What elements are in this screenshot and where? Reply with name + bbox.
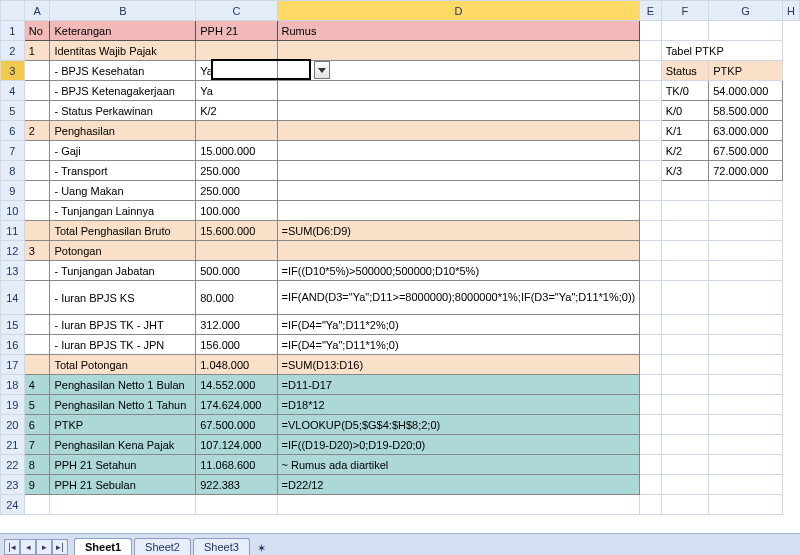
sum19-val[interactable]: 174.624.000 (196, 395, 277, 415)
row-header-11[interactable]: 11 (1, 221, 25, 241)
cell-F11[interactable] (640, 221, 661, 241)
sum21-val[interactable]: 107.124.000 (196, 435, 277, 455)
sum23-formula[interactable]: =D22/12 (277, 475, 640, 495)
cell-F24[interactable] (640, 495, 661, 515)
cell-H12[interactable] (709, 241, 783, 261)
col-header-D[interactable]: D (277, 1, 640, 21)
cell-B4[interactable] (24, 81, 50, 101)
label-uang-makan[interactable]: - Uang Makan (50, 181, 196, 201)
cell-F16[interactable] (640, 335, 661, 355)
row-header-12[interactable]: 12 (1, 241, 25, 261)
cell-G16[interactable] (661, 335, 709, 355)
cell-G18[interactable] (661, 375, 709, 395)
tab-nav-prev-icon[interactable]: ◂ (20, 539, 36, 555)
sum21-label[interactable]: Penghasilan Kena Pajak (50, 435, 196, 455)
row-header-10[interactable]: 10 (1, 201, 25, 221)
row-header-9[interactable]: 9 (1, 181, 25, 201)
formula-total-potongan[interactable]: =SUM(D13:D16) (277, 355, 640, 375)
cell-B9[interactable] (24, 181, 50, 201)
row-header-6[interactable]: 6 (1, 121, 25, 141)
cell-G24[interactable] (661, 495, 709, 515)
sum23-label[interactable]: PPH 21 Sebulan (50, 475, 196, 495)
formula-iuran-jpn[interactable]: =IF(D4="Ya";D11*1%;0) (277, 335, 640, 355)
cell-G21[interactable] (661, 435, 709, 455)
cell-D24[interactable] (196, 495, 277, 515)
cell-F20[interactable] (640, 415, 661, 435)
cell-G23[interactable] (661, 475, 709, 495)
cell-F6[interactable] (640, 121, 661, 141)
cell-H17[interactable] (709, 355, 783, 375)
cell-E9[interactable] (277, 181, 640, 201)
row-header-22[interactable]: 22 (1, 455, 25, 475)
sec2-no[interactable]: 2 (24, 121, 50, 141)
row-header-4[interactable]: 4 (1, 81, 25, 101)
cell-G19[interactable] (661, 395, 709, 415)
col-header-F[interactable]: F (661, 1, 709, 21)
hdr-keterangan[interactable]: Keterangan (50, 21, 196, 41)
cell-F8[interactable] (640, 161, 661, 181)
cell-H14[interactable] (709, 281, 783, 315)
cell-F2[interactable] (640, 41, 661, 61)
cell-F12[interactable] (640, 241, 661, 261)
cell-G11[interactable] (661, 221, 709, 241)
row-header-14[interactable]: 14 (1, 281, 25, 315)
sum20-val[interactable]: 67.500.000 (196, 415, 277, 435)
sum22-no[interactable]: 8 (24, 455, 50, 475)
sum20-no[interactable]: 6 (24, 415, 50, 435)
ptkp-title[interactable]: Tabel PTKP (661, 41, 782, 61)
cell-F1[interactable] (640, 21, 661, 41)
row-header-16[interactable]: 16 (1, 335, 25, 355)
tab-nav-first-icon[interactable]: |◂ (4, 539, 20, 555)
cell-B17[interactable] (24, 355, 50, 375)
label-total-potongan[interactable]: Total Potongan (50, 355, 196, 375)
cell-H20[interactable] (709, 415, 783, 435)
col-header-G[interactable]: G (709, 1, 783, 21)
label-bpjs-kesehatan[interactable]: - BPJS Kesehatan (50, 61, 196, 81)
cell-B3[interactable] (24, 61, 50, 81)
cell-F15[interactable] (640, 315, 661, 335)
cell-F19[interactable] (640, 395, 661, 415)
cell-H1[interactable] (709, 21, 783, 41)
cell-E5[interactable] (277, 101, 640, 121)
value-total-bruto[interactable]: 15.600.000 (196, 221, 277, 241)
ptkp-row4-status[interactable]: K/3 (661, 161, 709, 181)
sum23-val[interactable]: 922.383 (196, 475, 277, 495)
cell-F18[interactable] (640, 375, 661, 395)
cell-E2[interactable] (277, 41, 640, 61)
cell-H9[interactable] (709, 181, 783, 201)
ptkp-hdr-ptkp[interactable]: PTKP (709, 61, 783, 81)
new-sheet-icon[interactable]: ✶ (252, 542, 272, 555)
value-total-potongan[interactable]: 1.048.000 (196, 355, 277, 375)
cell-F13[interactable] (640, 261, 661, 281)
sum21-formula[interactable]: =IF((D19-D20)>0;D19-D20;0) (277, 435, 640, 455)
select-all-corner[interactable] (1, 1, 25, 21)
row-header-3[interactable]: 3 (1, 61, 25, 81)
cell-F14[interactable] (640, 281, 661, 315)
ptkp-row3-status[interactable]: K/2 (661, 141, 709, 161)
cell-H19[interactable] (709, 395, 783, 415)
row-header-13[interactable]: 13 (1, 261, 25, 281)
cell-G12[interactable] (661, 241, 709, 261)
col-header-A[interactable]: A (24, 1, 50, 21)
row-header-1[interactable]: 1 (1, 21, 25, 41)
cell-G17[interactable] (661, 355, 709, 375)
cell-D6[interactable] (196, 121, 277, 141)
sheet-tab-3[interactable]: Sheet3 (193, 538, 250, 555)
row-header-2[interactable]: 2 (1, 41, 25, 61)
cell-F9[interactable] (640, 181, 661, 201)
row-header-7[interactable]: 7 (1, 141, 25, 161)
sum18-no[interactable]: 4 (24, 375, 50, 395)
cell-G20[interactable] (661, 415, 709, 435)
sec3-title[interactable]: Potongan (50, 241, 196, 261)
value-status-perkawinan[interactable]: K/2 (196, 101, 277, 121)
cell-B5[interactable] (24, 101, 50, 121)
value-iuran-bpjs-ks[interactable]: 80.000 (196, 281, 277, 315)
cell-F5[interactable] (640, 101, 661, 121)
cell-E10[interactable] (277, 201, 640, 221)
value-iuran-jht[interactable]: 312.000 (196, 315, 277, 335)
formula-tunj-jabatan[interactable]: =IF((D10*5%)>500000;500000;D10*5%) (277, 261, 640, 281)
data-validation-dropdown-button[interactable] (314, 61, 330, 79)
sheet-tab-2[interactable]: Sheet2 (134, 538, 191, 555)
cell-C24[interactable] (50, 495, 196, 515)
hdr-pph21[interactable]: PPH 21 (196, 21, 277, 41)
